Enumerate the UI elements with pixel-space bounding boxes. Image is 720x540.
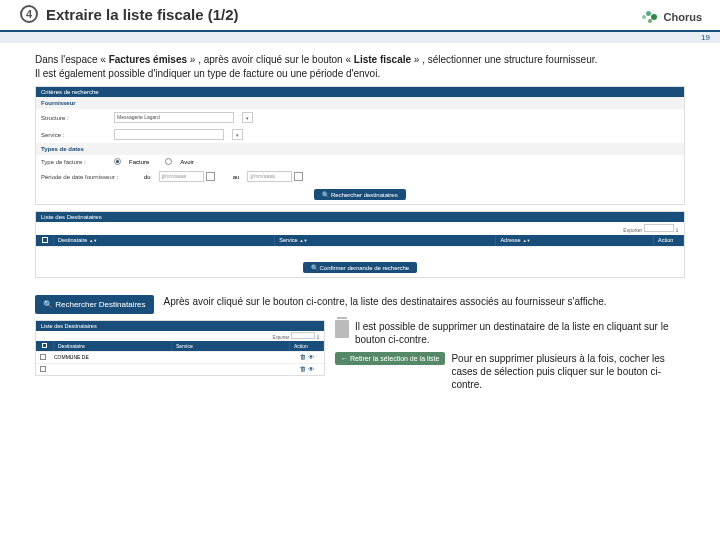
label-au: au: [233, 174, 240, 180]
date-du-field[interactable]: jj/mm/aaaa: [159, 171, 215, 182]
calendar-icon[interactable]: [294, 172, 303, 181]
caption-search: Après avoir cliqué sur le bouton ci-cont…: [164, 295, 721, 308]
row-checkbox[interactable]: [40, 354, 46, 360]
view-row-icon[interactable]: 👁: [308, 354, 314, 360]
checkbox-all[interactable]: [42, 237, 48, 243]
intro-paragraph: Dans l'espace « Factures émises » , aprè…: [35, 53, 685, 80]
chorus-logo: Chorus: [642, 8, 703, 26]
step-number: 4: [20, 5, 38, 23]
search-criteria-panel: Critères de recherche Fournisseur Struct…: [35, 86, 685, 205]
panel-header: Critères de recherche: [36, 87, 684, 97]
table-row: 🗑 👁: [36, 363, 324, 375]
destinataires-list-panel: Liste des Destinataires Exporter ⇩ Desti…: [35, 211, 685, 278]
page-number: 19: [0, 32, 720, 43]
label-structure: Structure :: [41, 115, 106, 121]
logo-dots-icon: [642, 8, 662, 26]
service-dropdown-icon[interactable]: ▾: [232, 129, 243, 140]
structure-input[interactable]: Messagerie Lagard: [114, 112, 234, 123]
service-input[interactable]: [114, 129, 224, 140]
calendar-icon[interactable]: [206, 172, 215, 181]
panel-header: Liste des Destinataires: [36, 212, 684, 222]
date-au-field[interactable]: jj/mm/aaaa: [247, 171, 303, 182]
radio-avoir[interactable]: [165, 158, 172, 165]
export-row: Exporter ⇩: [36, 222, 684, 235]
row-checkbox[interactable]: [40, 366, 46, 372]
caption-delete: Il est possible de supprimer un destinat…: [355, 320, 685, 346]
table-header: Destinataire Service Action: [36, 341, 324, 351]
logo-text: Chorus: [664, 11, 703, 23]
delete-row-icon[interactable]: 🗑: [300, 366, 306, 372]
label-service: Service :: [41, 132, 106, 138]
trash-icon: [335, 320, 349, 338]
sub-types: Types de dates: [36, 143, 684, 155]
table-header: Destinataire▲▼ Service▲▼ Adresse▲▼ Actio…: [36, 235, 684, 246]
view-row-icon[interactable]: 👁: [308, 366, 314, 372]
panel-header: Liste des Destinataires: [36, 321, 324, 331]
sub-fournisseur: Fournisseur: [36, 97, 684, 109]
export-select[interactable]: [291, 332, 315, 339]
table-row: COMMUNE DE 🗑 👁: [36, 351, 324, 363]
radio-facture[interactable]: [114, 158, 121, 165]
delete-row-icon[interactable]: 🗑: [300, 354, 306, 360]
search-destinataires-button[interactable]: 🔍 Rechercher destinataires: [314, 189, 405, 200]
cell-service: [170, 352, 290, 363]
retire-selection-button[interactable]: ← Retirer la sélection de la liste: [335, 352, 445, 365]
label-du: du: [144, 174, 151, 180]
export-icon[interactable]: ⇩: [316, 335, 320, 340]
cell-actions: 🗑 👁: [290, 352, 324, 363]
empty-table-row: [36, 246, 684, 258]
page-title: Extraire la liste fiscale (1/2): [46, 6, 239, 23]
caption-retire: Pour en supprimer plusieurs à la fois, c…: [451, 352, 685, 391]
cell-destinataire: COMMUNE DE: [50, 352, 170, 363]
export-select[interactable]: [644, 224, 674, 232]
mini-destinataires-panel: Liste des Destinataires Exporter ⇩ Desti…: [35, 320, 325, 376]
label-type-facture: Type de facture :: [41, 159, 106, 165]
radio-facture-label: Facture: [129, 159, 149, 165]
structure-dropdown-icon[interactable]: ▾: [242, 112, 253, 123]
checkbox-all[interactable]: [42, 343, 47, 348]
confirm-download-button[interactable]: 🔍 Confirmer demande de recherche: [303, 262, 417, 273]
export-icon[interactable]: ⇩: [675, 227, 679, 233]
rechercher-destinataires-button[interactable]: 🔍 Rechercher Destinataires: [35, 295, 154, 314]
label-periode: Période de date fournisseur :: [41, 174, 136, 180]
radio-avoir-label: Avoir: [180, 159, 194, 165]
